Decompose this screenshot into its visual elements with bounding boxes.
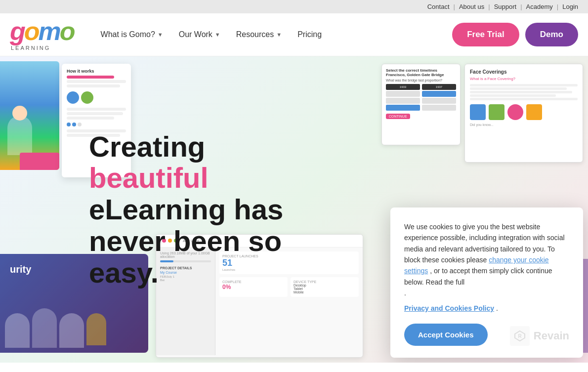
nav-item-resources[interactable]: Resources ▼ — [229, 26, 289, 43]
fc-icons — [470, 104, 578, 120]
nav-item-pricing[interactable]: Pricing — [291, 26, 329, 43]
timeline-question: What was the bridge last proportion? — [386, 79, 456, 82]
accept-cookies-button[interactable]: Accept Cookies — [404, 324, 488, 346]
cookie-popup: We use cookies to give you the best webs… — [390, 207, 583, 358]
logo-subtext: LEARNING — [11, 45, 50, 51]
hero-content: Creating beautiful eLearning has never b… — [0, 101, 287, 318]
cookie-text-1: We use cookies to give you the best webs… — [404, 221, 569, 299]
tc-cell-2 — [422, 91, 456, 97]
tc-cell-5 — [386, 105, 420, 111]
separator-2: | — [488, 3, 490, 10]
silhouette-1 — [5, 313, 30, 348]
dash-device-mobile: Mobile — [294, 290, 356, 294]
timeline-card: Select the correct timelines Francisco, … — [381, 64, 461, 145]
logo[interactable]: gomo LEARNING — [10, 18, 74, 51]
tc-cell-4 — [422, 98, 456, 104]
support-link[interactable]: Support — [494, 3, 517, 10]
revain-icon: R — [510, 326, 530, 346]
fc-icon-2 — [489, 104, 504, 120]
revain-text: Revain — [534, 327, 569, 344]
logo-icon: gomo — [10, 18, 74, 44]
cookie-highlighted: and relevant — [425, 245, 463, 253]
timeline-row-1: 1933 1937 — [386, 84, 456, 90]
mock-bar-2 — [67, 80, 126, 83]
timeline-row-4 — [386, 105, 456, 111]
nav-links: What is Gomo? ▼ Our Work ▼ Resources ▼ P… — [94, 26, 453, 43]
mock-bar-1 — [67, 76, 114, 79]
fc-line-4 — [470, 94, 556, 97]
cookie-text-2: Privacy and Cookies Policy . — [404, 303, 569, 314]
chevron-down-icon-3: ▼ — [276, 32, 282, 38]
nav-item-our-work[interactable]: Our Work ▼ — [172, 26, 227, 43]
dash-device-desktop: Desktop — [294, 284, 356, 287]
hero-title-part1: Creating — [89, 130, 205, 163]
timeline-continue-button[interactable]: CONTINUE — [386, 114, 410, 119]
hero-section: How it works Face Coverings What is a Fa… — [0, 56, 588, 363]
tc-cell-1 — [386, 91, 420, 97]
tc-cell-3 — [386, 98, 420, 104]
login-link[interactable]: Login — [562, 3, 578, 10]
fc-icon-1 — [470, 104, 486, 120]
mock-bar-3 — [67, 84, 120, 87]
fc-line-5 — [470, 98, 578, 100]
demo-button[interactable]: Demo — [525, 23, 578, 46]
hero-title-part2: eLearning has — [89, 193, 283, 225]
tc-header-year: 1933 — [386, 84, 420, 90]
dash-metric-device: DEVICE TYPE Desktop Tablet Mobile — [291, 277, 359, 297]
fc-line-3 — [470, 91, 572, 93]
about-link[interactable]: About us — [459, 3, 484, 10]
top-bar: Contact | About us | Support | Academy |… — [0, 0, 588, 13]
tc-header-year2: 1937 — [422, 84, 456, 90]
separator-4: | — [557, 3, 558, 10]
dash-device-tablet: Tablet — [294, 287, 356, 290]
fc-line-1 — [470, 84, 578, 86]
fc-label: Did you know... — [470, 123, 578, 126]
revain-watermark: R Revain — [510, 326, 569, 346]
free-trial-button[interactable]: Free Trial — [452, 23, 519, 46]
timeline-row-3 — [386, 98, 456, 104]
fc-line-2 — [470, 87, 567, 90]
silhouette-4 — [86, 313, 106, 345]
how-it-works-title: How it works — [67, 69, 126, 74]
dash-device-label: DEVICE TYPE — [294, 280, 356, 284]
hero-title-highlight: beautiful — [89, 162, 209, 194]
timeline-row-2 — [386, 91, 456, 97]
fc-card-title: Face Coverings — [470, 69, 578, 75]
svg-text:R: R — [518, 333, 522, 339]
face-covering-card: Face Coverings What is a Face Covering? … — [464, 64, 583, 163]
privacy-policy-link[interactable]: Privacy and Cookies Policy — [404, 304, 494, 312]
silhouette-3 — [59, 313, 84, 348]
chevron-down-icon-2: ▼ — [215, 32, 220, 38]
chevron-down-icon: ▼ — [158, 32, 163, 38]
academy-link[interactable]: Academy — [526, 3, 553, 10]
tc-cell-6 — [422, 105, 456, 111]
contact-link[interactable]: Contact — [427, 3, 450, 10]
fc-icon-4 — [526, 104, 542, 120]
nav-actions: Free Trial Demo — [452, 23, 578, 46]
hero-title-part3: never been so easy. — [89, 225, 282, 289]
nav-item-what-is-gomo[interactable]: What is Gomo? ▼ — [94, 26, 170, 43]
separator-3: | — [520, 3, 522, 10]
fc-icon-3 — [507, 104, 523, 120]
hero-title: Creating beautiful eLearning has never b… — [89, 131, 287, 289]
main-nav: gomo LEARNING What is Gomo? ▼ Our Work ▼… — [0, 13, 588, 56]
separator-1: | — [454, 3, 455, 10]
fc-card-subtitle: What is a Face Covering? — [470, 77, 578, 81]
timeline-title: Select the correct timelines Francisco, … — [386, 68, 456, 77]
team-silhouettes — [5, 313, 106, 348]
